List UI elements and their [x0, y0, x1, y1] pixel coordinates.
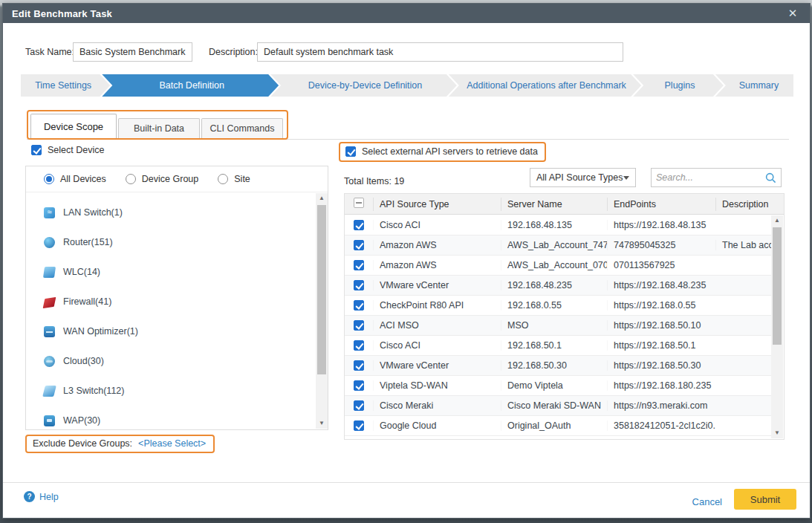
cell-server-name: 192.168.48.135 [501, 220, 607, 230]
table-row[interactable]: Cisco ACI 192.168.50.1 https://192.168.5… [345, 336, 771, 356]
description-field[interactable] [257, 42, 623, 62]
wizard-step[interactable]: Batch Definition [102, 74, 279, 97]
table-row[interactable]: CheckPoint R80 API 192.168.0.55 https://… [345, 296, 771, 316]
cell-api-source-type: VMware vCenter [373, 280, 501, 290]
row-checkbox[interactable] [354, 320, 364, 331]
cell-endpoints: https://192.168.48.235 [607, 280, 715, 290]
table-row[interactable]: VMware vCenter 192.168.48.235 https://19… [345, 276, 771, 296]
api-source-type-dropdown[interactable]: All API Source Types [530, 168, 636, 187]
scope-tabs: Device Scope Built-in Data CLI Commands [27, 110, 288, 140]
radio-icon[interactable] [126, 174, 136, 184]
table-row[interactable]: Cisco Meraki Cisco Meraki SD-WAN https:/… [345, 396, 771, 416]
total-items-text: Total Items: 19 [344, 172, 404, 191]
cell-server-name: AWS_Lab_Account_7478... [501, 240, 607, 250]
table-scrollbar[interactable]: ▲ ▼ [771, 215, 783, 438]
scroll-thumb[interactable] [317, 205, 326, 374]
cell-api-source-type: Cisco Meraki [373, 400, 501, 411]
radio-icon[interactable] [44, 174, 54, 184]
device-icon [43, 296, 56, 308]
table-row[interactable]: Amazon AWS AWS_Lab_Account_7478... 74789… [345, 235, 771, 256]
device-type-item[interactable]: LAN Switch(1) [26, 198, 315, 227]
row-checkbox[interactable] [354, 260, 364, 270]
row-checkbox[interactable] [354, 340, 364, 351]
device-type-item[interactable]: WAP(30) [26, 406, 315, 429]
row-checkbox[interactable] [354, 380, 364, 391]
cancel-button[interactable]: Cancel [692, 493, 722, 512]
device-type-item[interactable]: L3 Switch(112) [26, 376, 315, 406]
scope-tab[interactable]: Built-in Data [118, 118, 200, 138]
exclude-device-groups-select-link[interactable]: <Please Select> [138, 438, 206, 449]
radio-icon[interactable] [218, 174, 228, 184]
submit-button[interactable]: Submit [734, 489, 796, 510]
close-icon[interactable]: ✕ [785, 4, 801, 22]
select-device-checkbox[interactable]: Select Device [31, 145, 104, 155]
wizard-step[interactable]: Plugins [633, 74, 724, 97]
table-row[interactable]: ACI MSO MSO https://192.168.50.10 [345, 316, 771, 336]
help-label: Help [39, 492, 59, 502]
device-type-item[interactable]: Router(151) [26, 227, 315, 257]
scope-tab[interactable]: Device Scope [30, 114, 117, 138]
device-scope-radios: All Devices Device Group Site [26, 166, 328, 192]
api-search [651, 168, 782, 187]
scroll-up-icon[interactable]: ▲ [771, 215, 783, 226]
device-type-item[interactable]: Firewall(41) [26, 287, 315, 316]
wizard-step[interactable]: Summary [715, 74, 793, 97]
search-input[interactable] [652, 169, 765, 186]
row-checkbox[interactable] [354, 220, 364, 230]
wizard-step-label: Summary [739, 80, 779, 91]
edit-benchmark-task-dialog: Edit Benchmark Task ✕ Task Name: Descrip… [2, 3, 811, 519]
table-row[interactable]: Cisco ACI 192.168.48.135 https://192.168… [345, 215, 771, 235]
row-checkbox[interactable] [354, 280, 364, 290]
col-header-endpoints[interactable]: EndPoints [607, 198, 715, 211]
wizard-step[interactable]: Additional Operations after Benchmark [449, 74, 641, 97]
col-header-api-source-type[interactable]: API Source Type [373, 198, 501, 211]
scroll-down-icon[interactable]: ▼ [771, 428, 783, 438]
cell-endpoints: https://n93.meraki.com [607, 400, 715, 411]
help-icon: ? [24, 491, 35, 502]
scroll-up-icon[interactable]: ▲ [316, 193, 328, 204]
scope-radio-label: Device Group [142, 174, 198, 184]
scroll-thumb[interactable] [773, 227, 782, 345]
api-servers-table: API Source Type Server Name EndPoints De… [344, 193, 785, 440]
scope-tab-label: Device Scope [44, 121, 103, 132]
wizard-step[interactable]: Device-by-Device Definition [270, 74, 457, 97]
device-type-label: Cloud(30) [63, 356, 104, 366]
col-header-server-name[interactable]: Server Name [501, 198, 607, 211]
table-row[interactable]: VMware vCenter 192.168.50.30 https://192… [345, 356, 771, 376]
table-row[interactable]: Viptela SD-WAN Demo Viptela https://192.… [345, 376, 771, 396]
dialog-titlebar: Edit Benchmark Task ✕ [3, 4, 810, 23]
footer-divider [3, 482, 810, 483]
select-all-checkbox[interactable] [354, 198, 364, 208]
search-icon[interactable] [765, 172, 776, 183]
scope-radio-label: Site [234, 174, 250, 184]
select-api-servers-checkbox[interactable]: Select external API servers to retrieve … [339, 142, 546, 162]
scope-tab[interactable]: CLI Commands [201, 118, 283, 138]
cell-api-source-type: VMware vCenter [373, 360, 501, 371]
help-button[interactable]: ? Help [24, 491, 59, 502]
device-type-item[interactable]: Cloud(30) [26, 346, 315, 376]
scope-radio[interactable]: All Devices [44, 174, 106, 184]
row-checkbox[interactable] [354, 420, 364, 431]
table-row[interactable]: Amazon AWS AWS_Lab_Account_0701... 07011… [345, 256, 771, 276]
scope-radio[interactable]: Device Group [126, 174, 198, 184]
table-header-row: API Source Type Server Name EndPoints De… [345, 194, 784, 215]
scope-radio-label: All Devices [60, 174, 106, 184]
task-name-field[interactable] [73, 42, 192, 62]
row-checkbox[interactable] [354, 400, 364, 411]
cell-server-name: MSO [501, 320, 607, 331]
row-checkbox[interactable] [354, 360, 364, 371]
row-checkbox[interactable] [354, 300, 364, 311]
scope-radio[interactable]: Site [218, 174, 250, 184]
wizard-step[interactable]: Time Settings [21, 74, 110, 97]
row-checkbox[interactable] [354, 240, 364, 250]
device-type-item[interactable]: WAN Optimizer(1) [26, 316, 315, 346]
checkbox-checked-icon[interactable] [345, 146, 356, 157]
col-header-description[interactable]: Description [715, 198, 784, 211]
device-type-item[interactable]: WLC(14) [26, 257, 315, 287]
checkbox-checked-icon[interactable] [31, 145, 42, 155]
cell-server-name: 192.168.48.235 [501, 280, 607, 290]
scroll-down-icon[interactable]: ▼ [316, 418, 328, 429]
table-row[interactable]: Google Cloud Original_OAuth 358182412051… [345, 416, 771, 436]
device-list-scrollbar[interactable]: ▲ ▼ [316, 193, 328, 429]
cell-api-source-type: Google Cloud [373, 420, 501, 431]
